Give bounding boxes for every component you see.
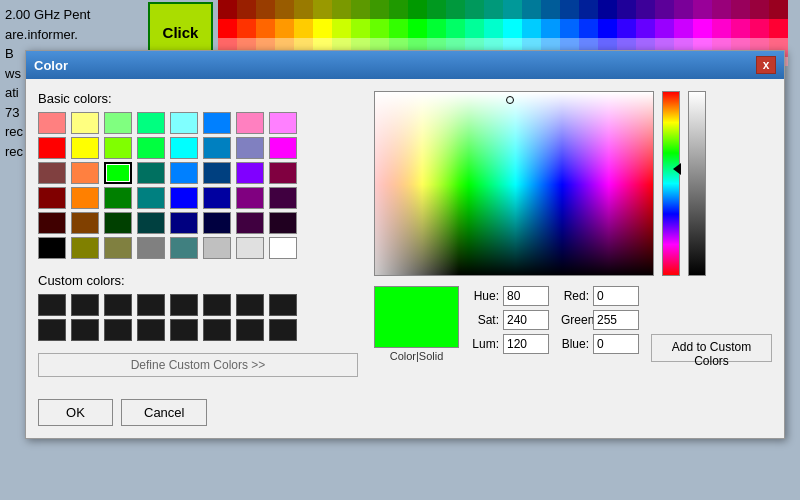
- basic-color-swatch[interactable]: [104, 212, 132, 234]
- custom-color-swatch[interactable]: [71, 294, 99, 316]
- basic-color-swatch[interactable]: [170, 237, 198, 259]
- close-button[interactable]: x: [756, 56, 776, 74]
- ok-button[interactable]: OK: [38, 399, 113, 426]
- color-gradient[interactable]: [374, 91, 654, 276]
- custom-color-swatch[interactable]: [170, 294, 198, 316]
- basic-color-swatch[interactable]: [104, 137, 132, 159]
- basic-color-swatch[interactable]: [236, 162, 264, 184]
- sat-input[interactable]: [503, 310, 549, 330]
- strip-color-cell: [427, 19, 446, 38]
- custom-color-swatch[interactable]: [71, 319, 99, 341]
- custom-color-swatch[interactable]: [236, 294, 264, 316]
- basic-color-swatch[interactable]: [38, 187, 66, 209]
- custom-color-swatch[interactable]: [203, 319, 231, 341]
- basic-color-swatch[interactable]: [269, 187, 297, 209]
- custom-color-swatch[interactable]: [203, 294, 231, 316]
- basic-color-swatch[interactable]: [137, 212, 165, 234]
- strip-color-cell: [731, 19, 750, 38]
- strip-color-cell: [560, 19, 579, 38]
- basic-color-swatch[interactable]: [71, 137, 99, 159]
- strip-color-cell: [237, 19, 256, 38]
- hue-input[interactable]: [503, 286, 549, 306]
- strip-color-cell: [617, 19, 636, 38]
- strip-color-cell: [541, 19, 560, 38]
- custom-color-swatch[interactable]: [236, 319, 264, 341]
- red-input[interactable]: [593, 286, 639, 306]
- strip-color-cell: [617, 0, 636, 19]
- basic-color-swatch[interactable]: [203, 187, 231, 209]
- basic-color-swatch[interactable]: [203, 237, 231, 259]
- custom-color-swatch[interactable]: [269, 294, 297, 316]
- color-preview-swatch: [374, 286, 459, 348]
- green-input[interactable]: [593, 310, 639, 330]
- basic-color-swatch[interactable]: [71, 212, 99, 234]
- basic-color-swatch[interactable]: [137, 162, 165, 184]
- basic-color-swatch[interactable]: [170, 112, 198, 134]
- strip-color-cell: [541, 0, 560, 19]
- strip-color-cell: [332, 19, 351, 38]
- custom-color-swatch[interactable]: [137, 294, 165, 316]
- basic-color-swatch[interactable]: [269, 237, 297, 259]
- basic-color-swatch[interactable]: [104, 112, 132, 134]
- custom-color-swatch[interactable]: [38, 319, 66, 341]
- custom-color-swatch[interactable]: [269, 319, 297, 341]
- basic-color-swatch[interactable]: [71, 162, 99, 184]
- basic-color-swatch[interactable]: [38, 137, 66, 159]
- basic-color-swatch[interactable]: [203, 137, 231, 159]
- basic-color-swatch[interactable]: [137, 187, 165, 209]
- lum-label: Lum:: [471, 337, 499, 351]
- basic-color-swatch[interactable]: [38, 212, 66, 234]
- custom-color-swatch[interactable]: [170, 319, 198, 341]
- basic-color-swatch[interactable]: [236, 137, 264, 159]
- blue-input[interactable]: [593, 334, 639, 354]
- basic-color-swatch[interactable]: [269, 137, 297, 159]
- define-custom-button[interactable]: Define Custom Colors >>: [38, 353, 358, 377]
- custom-colors-grid: [38, 294, 358, 341]
- basic-color-swatch[interactable]: [104, 162, 132, 184]
- basic-color-swatch[interactable]: [170, 187, 198, 209]
- strip-color-cell: [484, 0, 503, 19]
- basic-color-swatch[interactable]: [104, 187, 132, 209]
- custom-color-swatch[interactable]: [104, 319, 132, 341]
- basic-color-swatch[interactable]: [71, 237, 99, 259]
- luminosity-slider[interactable]: [688, 91, 706, 276]
- hsl-inputs: Hue: Sat: Lum:: [471, 286, 549, 354]
- basic-color-swatch[interactable]: [236, 237, 264, 259]
- basic-color-swatch[interactable]: [137, 137, 165, 159]
- basic-color-swatch[interactable]: [269, 162, 297, 184]
- basic-color-swatch[interactable]: [203, 212, 231, 234]
- strip-color-cell: [693, 19, 712, 38]
- basic-color-swatch[interactable]: [236, 112, 264, 134]
- basic-color-swatch[interactable]: [71, 187, 99, 209]
- basic-color-swatch[interactable]: [269, 112, 297, 134]
- custom-color-swatch[interactable]: [137, 319, 165, 341]
- basic-color-swatch[interactable]: [38, 162, 66, 184]
- basic-color-swatch[interactable]: [170, 162, 198, 184]
- basic-color-swatch[interactable]: [137, 237, 165, 259]
- add-to-custom-colors-button[interactable]: Add to Custom Colors: [651, 334, 772, 362]
- basic-color-swatch[interactable]: [71, 112, 99, 134]
- basic-color-swatch[interactable]: [38, 237, 66, 259]
- basic-color-swatch[interactable]: [104, 237, 132, 259]
- custom-color-swatch[interactable]: [38, 294, 66, 316]
- hue-slider[interactable]: [662, 91, 680, 276]
- basic-color-swatch[interactable]: [203, 112, 231, 134]
- cancel-button[interactable]: Cancel: [121, 399, 207, 426]
- basic-color-swatch[interactable]: [137, 112, 165, 134]
- basic-color-swatch[interactable]: [170, 137, 198, 159]
- strip-color-cell: [389, 0, 408, 19]
- basic-color-swatch[interactable]: [38, 112, 66, 134]
- basic-color-swatch[interactable]: [269, 212, 297, 234]
- strip-color-cell: [484, 19, 503, 38]
- basic-color-swatch[interactable]: [236, 187, 264, 209]
- basic-color-swatch[interactable]: [236, 212, 264, 234]
- lum-input[interactable]: [503, 334, 549, 354]
- color-picker-area: [374, 91, 772, 276]
- hue-label: Hue:: [471, 289, 499, 303]
- custom-color-swatch[interactable]: [104, 294, 132, 316]
- hue-slider-thumb: [673, 163, 681, 175]
- basic-color-swatch[interactable]: [203, 162, 231, 184]
- strip-color-cell: [237, 0, 256, 19]
- strip-color-cell: [731, 0, 750, 19]
- basic-color-swatch[interactable]: [170, 212, 198, 234]
